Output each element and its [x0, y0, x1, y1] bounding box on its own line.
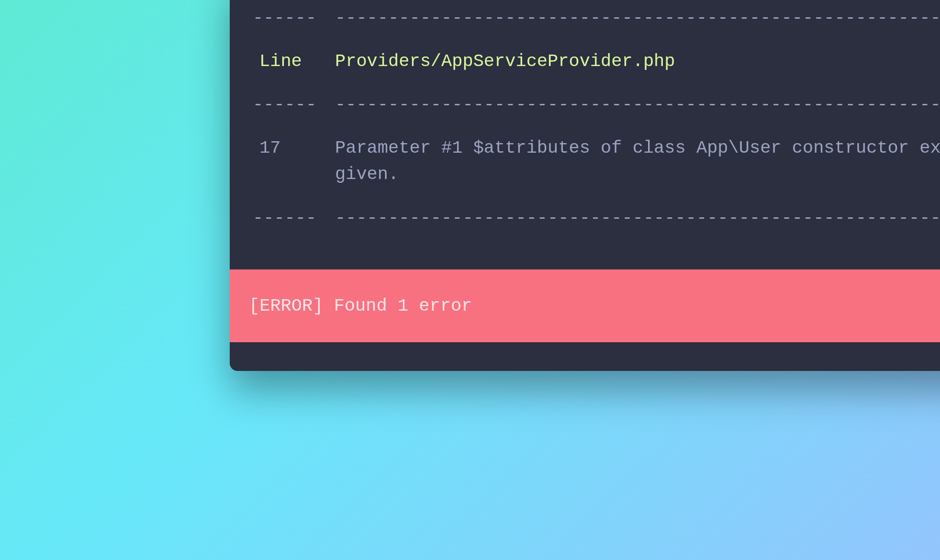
table-separator-top: ------ ---------------------------------…: [249, 5, 940, 32]
column-header-line: Line: [249, 48, 335, 75]
terminal-output: ------ ---------------------------------…: [230, 0, 940, 269]
separator-segment: ----------------------------------------…: [335, 205, 940, 232]
table-separator-mid: ------ ---------------------------------…: [249, 91, 940, 118]
separator-segment: ------: [249, 91, 335, 118]
error-summary: Found 1 error: [334, 296, 472, 316]
table-header-row: Line Providers/AppServiceProvider.php: [249, 48, 940, 75]
column-header-file: Providers/AppServiceProvider.php: [335, 48, 940, 75]
separator-segment: ------: [249, 205, 335, 232]
separator-segment: ----------------------------------------…: [335, 91, 940, 118]
terminal-window: ------ ---------------------------------…: [230, 0, 940, 371]
table-separator-bottom: ------ ---------------------------------…: [249, 205, 940, 232]
separator-segment: ------: [249, 5, 335, 32]
error-message: Parameter #1 $attributes of class App\Us…: [335, 135, 940, 188]
table-row: 17 Parameter #1 $attributes of class App…: [249, 135, 940, 188]
error-prefix: [ERROR]: [249, 296, 323, 316]
spacer: [249, 241, 940, 269]
line-number: 17: [249, 135, 335, 188]
error-banner: [ERROR] Found 1 error: [230, 269, 940, 342]
separator-segment: ----------------------------------------…: [335, 5, 940, 32]
